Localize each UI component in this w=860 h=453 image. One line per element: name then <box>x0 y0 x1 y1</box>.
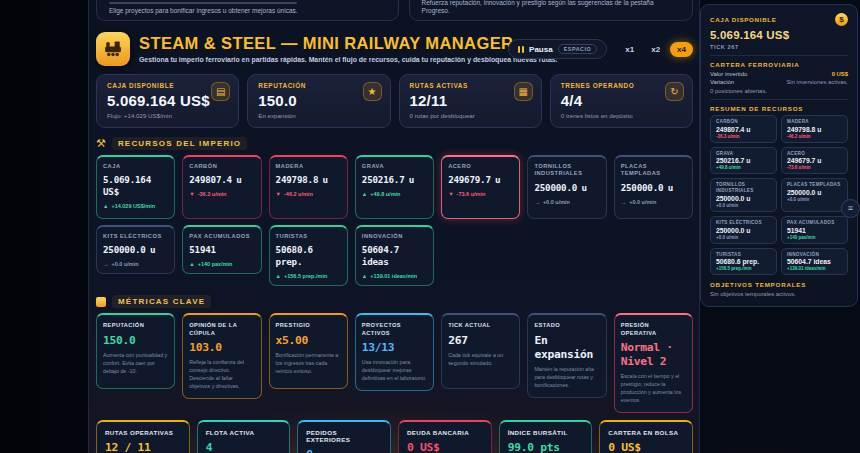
stat-label: CARTERA EN BOLSA <box>608 429 684 436</box>
page-subtitle: Gestiona tu imperio ferroviario en parti… <box>139 56 499 63</box>
resource-value: 250000.0 u <box>534 182 599 194</box>
overview-card-value: 12/11 <box>410 92 531 109</box>
banknote-icon: ▤ <box>211 82 230 101</box>
sidebar-tick-counter: TICK 267 <box>710 44 848 50</box>
resource-delta: →+0.0 u/min <box>103 261 168 267</box>
metrics-row: REPUTACIÓN 150.0 Aumenta con puntualidad… <box>96 313 693 413</box>
metric-card-presion: PRESIÓN OPERATIVA Normal · Nivel 2 Escal… <box>614 313 693 413</box>
sidebar-cash-value: 5.069.164 US$ <box>710 29 848 41</box>
delta-arrow-icon: → <box>534 199 540 205</box>
metric-label: PRESTIGIO <box>276 322 341 329</box>
menu-fab-button[interactable]: ≡ <box>841 199 860 218</box>
delta-arrow-icon: ▼ <box>276 191 281 197</box>
delta-arrow-icon: ▲ <box>362 273 367 279</box>
overview-card-sub: En expansión <box>258 112 379 119</box>
overview-card-rutas: RUTAS ACTIVAS 12/11 0 rutas por desbloqu… <box>399 74 542 128</box>
sidebar-panel: CAJA DISPONIBLE $ 5.069.164 US$ TICK 267… <box>700 4 858 307</box>
metrics-section-header: MÉTRICAS CLAVE <box>96 295 693 308</box>
hamburger-icon: ≡ <box>848 204 853 213</box>
train-icon <box>103 39 123 59</box>
metric-desc: Usa innovación para desbloquear mejoras … <box>362 359 427 383</box>
metrics-icon <box>96 297 106 307</box>
resource-card-carbon: CARBÓN 249807.4 u ▼-36.3 u/min <box>182 155 261 219</box>
metric-card-prestigio: PRESTIGIO x5.00 Bonificación permanente … <box>269 313 348 389</box>
metric-desc: Refleja la confianza del consejo directi… <box>189 359 254 391</box>
delta-text: -73.6 u/min <box>457 191 486 197</box>
summary-label: CARBÓN <box>716 119 771 125</box>
objectives-empty-text: Sin objetivos temporales activos. <box>710 291 848 297</box>
resource-delta: →+0.0 u/min <box>621 199 686 205</box>
metric-label: TICK ACTUAL <box>448 322 513 329</box>
summary-delta: +0.0 u/min <box>716 203 771 208</box>
cycle-icon: ↻ <box>665 82 684 101</box>
metric-label: PRESIÓN OPERATIVA <box>621 322 686 337</box>
summary-card-kits: KITS ELÉCTRICOS 250000.0 u +0.0 u/min <box>710 216 777 244</box>
metric-card-estado: ESTADO En expansión Mantén la reputación… <box>527 313 606 397</box>
resource-card-tornillos: TORNILLOS INDUSTRIALES 250000.0 u →+0.0 … <box>527 155 606 219</box>
overview-card-value: 5.069.164 US$ <box>107 92 228 109</box>
hint-card-progress: Refuerza reputación, innovación y presti… <box>409 0 693 21</box>
resource-delta: ▼-36.3 u/min <box>189 191 254 197</box>
speed-x1-button[interactable]: x1 <box>618 42 641 57</box>
resources-section-title: RECURSOS DEL IMPERIO <box>112 137 247 150</box>
summary-card-tornillos: TORNILLOS INDUSTRIALES 250000.0 u +0.0 u… <box>710 178 777 211</box>
speed-selector: x1 x2 x4 <box>618 42 693 57</box>
metric-value: En expansión <box>534 334 599 362</box>
divider <box>710 99 848 100</box>
delta-text: +49.8 u/min <box>370 191 400 197</box>
resource-card-turistas: TURISTAS 50680.6 prep. ▲+156.5 prep./min <box>269 225 348 286</box>
overview-card-caja: CAJA DISPONIBLE 5.069.164 US$ Flujo: +14… <box>96 74 239 128</box>
resource-card-caja: CAJA 5.069.164 US$ ▲+14.029 US$/min <box>96 155 175 219</box>
top-hints-row: Elige proyectos para bonificar ingresos … <box>96 0 693 21</box>
portfolio-title: CARTERA FERROVIARIA <box>710 61 848 68</box>
summary-label: ACERO <box>787 151 842 157</box>
metric-value: Normal · Nivel 2 <box>621 341 686 369</box>
resource-value: 250216.7 u <box>362 174 427 186</box>
summary-label: GRAVA <box>716 151 771 157</box>
summary-label: PLACAS TEMPLADAS <box>787 182 842 188</box>
overview-card-sub: 0 rutas por desbloquear <box>410 112 531 119</box>
delta-text: +140 pax/min <box>198 261 233 267</box>
overview-card-sub: Flujo: +14.029 US$/min <box>107 112 228 119</box>
metric-value: 267 <box>448 334 513 348</box>
page-title: STEAM & STEEL — MINI RAILWAY MANAGER <box>139 35 499 52</box>
summary-value: 50680.6 prep. <box>716 258 771 265</box>
speed-x2-button[interactable]: x2 <box>644 42 667 57</box>
speed-x4-button[interactable]: x4 <box>670 42 693 57</box>
resource-label: CARBÓN <box>189 163 254 170</box>
resource-value: 50680.6 prep. <box>276 244 341 268</box>
metric-card-tick: TICK ACTUAL 267 Cada tick equivale a un … <box>441 313 520 389</box>
stat-label: RUTAS OPERATIVAS <box>105 429 181 436</box>
summary-delta: -46.2 u/min <box>787 134 842 139</box>
delta-arrow-icon: ▲ <box>189 261 194 267</box>
delta-text: +156.5 prep./min <box>284 273 327 279</box>
resource-label: GRAVA <box>362 163 427 170</box>
pause-hotkey-badge: ESPACIO <box>558 44 598 54</box>
overview-card-reputacion: REPUTACIÓN 150.0 En expansión ★ <box>247 74 390 128</box>
portfolio-row-label: Variación <box>710 79 734 85</box>
overview-card-sub: 0 trenes listos en depósito <box>561 112 682 119</box>
delta-arrow-icon: → <box>103 261 109 267</box>
summary-value: 51941 <box>787 227 842 234</box>
coin-icon[interactable]: $ <box>835 13 848 26</box>
pause-label: Pausa <box>529 45 553 54</box>
summary-delta: +156.5 prep./min <box>716 266 771 271</box>
overview-card-label: TRENES OPERANDO <box>561 82 682 89</box>
stat-value: 4 <box>206 441 282 453</box>
star-icon: ★ <box>363 82 382 101</box>
metric-desc: Bonificación permanente a los ingresos t… <box>276 352 341 376</box>
pause-button[interactable]: Pausa ESPACIO <box>508 39 607 59</box>
overview-card-label: REPUTACIÓN <box>258 82 379 89</box>
portfolio-note: 0 posiciones abiertas. <box>710 88 848 94</box>
stat-label: ÍNDICE BURSÁTIL <box>508 429 584 436</box>
portfolio-row-value: Sin inversiones activas. <box>786 79 848 85</box>
summary-card-placas: PLACAS TEMPLADAS 250000.0 u +0.0 u/min <box>781 178 848 211</box>
resource-value: 250000.0 u <box>621 182 686 194</box>
summary-delta: +139.01 ideas/min <box>787 266 842 271</box>
stat-label: PEDIDOS EXTERIORES <box>306 429 382 443</box>
stat-value: 99.0 pts <box>508 441 584 453</box>
overview-card-label: CAJA DISPONIBLE <box>107 82 228 89</box>
overview-cards-row: CAJA DISPONIBLE 5.069.164 US$ Flujo: +14… <box>96 74 693 128</box>
delta-arrow-icon: ▲ <box>276 273 281 279</box>
portfolio-row-invertido: Valor invertido 0 US$ <box>710 71 848 77</box>
